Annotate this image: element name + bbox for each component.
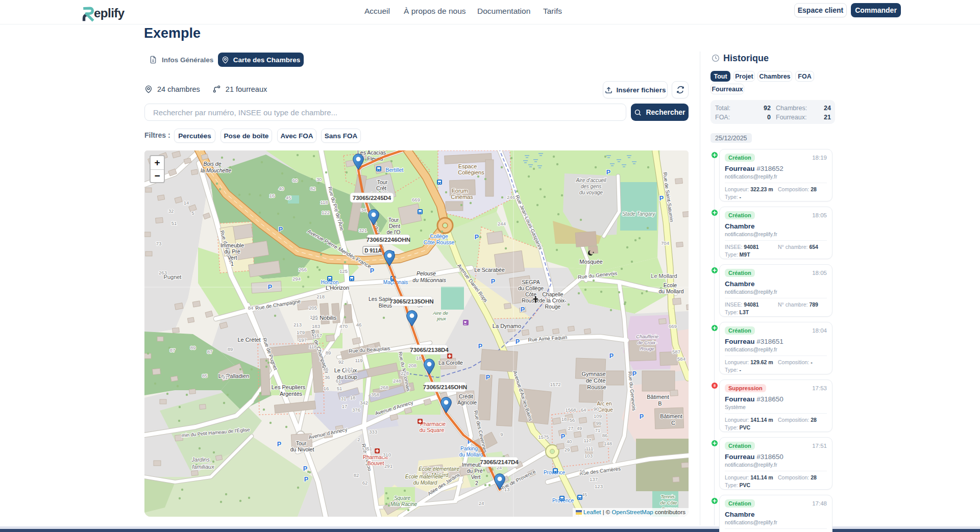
svg-text:118: 118	[309, 344, 316, 349]
svg-text:D 911A: D 911A	[364, 248, 381, 254]
svg-text:Côte Rousse: Côte Rousse	[424, 239, 455, 245]
svg-text:122: 122	[345, 366, 353, 372]
svg-text:669: 669	[412, 197, 420, 202]
svg-text:Gymnase: Gymnase	[581, 371, 605, 377]
svg-text:Tour: Tour	[388, 217, 399, 223]
svg-text:Rouge: Rouge	[640, 346, 654, 351]
svg-text:Rousse: Rousse	[587, 384, 606, 390]
svg-text:Square: Square	[394, 495, 411, 501]
svg-text:24: 24	[479, 500, 484, 506]
svg-text:de Croix-: de Croix-	[638, 340, 657, 345]
svg-text:Pelouse: Pelouse	[416, 270, 436, 276]
svg-text:46: 46	[356, 322, 362, 327]
svg-text:213: 213	[293, 322, 302, 327]
svg-text:P: P	[659, 195, 664, 202]
svg-text:B: B	[658, 400, 662, 407]
svg-text:P: P	[268, 284, 272, 291]
svg-text:45: 45	[286, 195, 291, 200]
svg-text:P: P	[491, 278, 495, 285]
svg-text:310: 310	[383, 452, 391, 458]
svg-text:Mosquée: Mosquée	[579, 259, 602, 265]
svg-text:45: 45	[582, 492, 587, 497]
svg-text:P: P	[478, 343, 482, 350]
svg-text:du Mollard: du Mollard	[459, 452, 483, 458]
svg-text:P: P	[486, 374, 490, 381]
svg-text:64: 64	[581, 407, 586, 413]
svg-text:246: 246	[507, 194, 515, 200]
svg-text:Argentés: Argentés	[280, 391, 303, 397]
svg-text:119: 119	[355, 358, 362, 363]
svg-text:du Square: du Square	[420, 427, 445, 433]
svg-text:587: 587	[672, 349, 680, 354]
svg-text:Crédit: Crédit	[459, 393, 473, 399]
svg-text:31: 31	[341, 396, 347, 401]
svg-text:1572: 1572	[550, 382, 560, 387]
svg-text:Le Scarabée: Le Scarabée	[474, 267, 505, 273]
svg-text:118: 118	[320, 199, 328, 205]
svg-text:du Mollard: du Mollard	[658, 288, 683, 294]
svg-text:179: 179	[297, 330, 305, 335]
svg-text:Bâtiment: Bâtiment	[647, 394, 669, 400]
svg-text:218: 218	[316, 294, 325, 299]
svg-text:Aire de: Aire de	[432, 310, 448, 316]
svg-text:École élémentaire: École élémentaire	[419, 466, 459, 472]
svg-text:Cirque: Cirque	[598, 407, 613, 413]
svg-text:123: 123	[595, 484, 603, 489]
svg-text:85: 85	[202, 373, 208, 378]
svg-text:148: 148	[604, 441, 612, 446]
svg-text:P: P	[303, 465, 307, 472]
svg-text:P: P	[606, 169, 610, 176]
svg-text:183: 183	[312, 323, 320, 329]
svg-text:62: 62	[362, 480, 368, 486]
svg-text:P: P	[304, 476, 308, 483]
svg-text:208: 208	[408, 363, 416, 368]
svg-text:P: P	[475, 234, 479, 241]
svg-text:89: 89	[190, 345, 196, 350]
svg-text:P: P	[632, 370, 636, 377]
svg-text:Bâtiment: Bâtiment	[660, 413, 682, 419]
svg-text:89: 89	[228, 346, 233, 352]
svg-text:1568: 1568	[565, 407, 576, 413]
svg-text:Vert: Vert	[228, 255, 237, 261]
svg-text:91: 91	[223, 374, 228, 380]
svg-text:73065/2138D4: 73065/2138D4	[410, 347, 449, 353]
svg-text:Bois de: Bois de	[203, 161, 221, 167]
svg-text:des gens: des gens	[581, 184, 602, 189]
svg-text:Collégiens: Collégiens	[458, 169, 484, 175]
svg-text:Cinémas: Cinémas	[451, 194, 473, 200]
svg-text:P: P	[279, 226, 283, 233]
svg-text:P: P	[561, 433, 565, 440]
svg-text:109: 109	[594, 413, 602, 419]
svg-text:87: 87	[207, 349, 213, 354]
svg-text:P: P	[370, 267, 374, 274]
svg-text:36: 36	[325, 374, 330, 380]
svg-text:268: 268	[380, 385, 388, 390]
svg-text:248: 248	[393, 378, 401, 384]
svg-text:46: 46	[323, 366, 329, 372]
svg-text:de la Croix-: de la Croix-	[539, 297, 567, 303]
svg-text:61: 61	[336, 378, 341, 384]
svg-text:Tour: Tour	[296, 440, 307, 446]
svg-text:du Mollard: du Mollard	[413, 480, 437, 486]
svg-text:294: 294	[292, 276, 301, 282]
svg-text:Stade Tangary: Stade Tangary	[622, 211, 656, 217]
svg-text:du Mâconnais: du Mâconnais	[412, 277, 446, 283]
svg-text:228: 228	[401, 370, 409, 376]
svg-text:de l'O: de l'O	[386, 229, 400, 235]
svg-text:9: 9	[500, 432, 503, 437]
svg-text:16: 16	[324, 386, 329, 391]
svg-text:Tennis: Tennis	[660, 494, 675, 499]
svg-text:Bouvet: Bouvet	[368, 460, 384, 466]
svg-text:1: 1	[231, 261, 234, 267]
svg-text:32: 32	[168, 208, 174, 214]
svg-text:P: P	[516, 338, 520, 345]
svg-text:195: 195	[310, 314, 318, 320]
svg-text:51: 51	[337, 386, 342, 391]
svg-text:du Pré: du Pré	[225, 248, 240, 255]
svg-text:49: 49	[577, 425, 582, 431]
svg-text:La Dynamo: La Dynamo	[493, 323, 521, 329]
svg-text:704: 704	[661, 240, 669, 246]
svg-text:117: 117	[583, 438, 591, 443]
svg-text:266: 266	[299, 267, 307, 272]
svg-text:92: 92	[338, 359, 344, 365]
